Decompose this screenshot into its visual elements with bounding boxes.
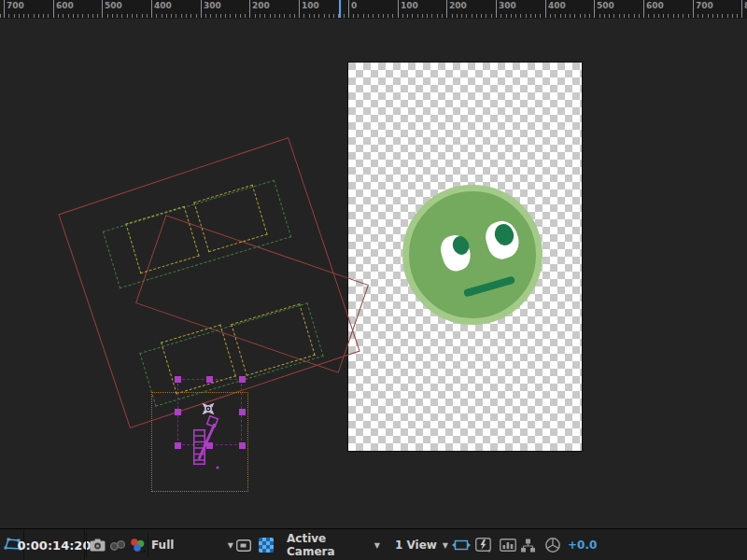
ruler-unit-label: 200 bbox=[252, 2, 270, 10]
ruler[interactable]: 7006005004003002001000100200300400500600… bbox=[0, 0, 747, 19]
ruler-unit-label: 700 bbox=[696, 2, 713, 10]
composition-view[interactable] bbox=[348, 63, 582, 451]
ruler-unit-label: 0 bbox=[351, 2, 357, 10]
ruler-unit-label: 700 bbox=[7, 2, 24, 10]
exposure-value[interactable]: +0.0 bbox=[568, 529, 597, 560]
ruler-major-tick bbox=[4, 0, 5, 18]
selection-handle[interactable] bbox=[206, 376, 213, 383]
chevron-down-icon: ▼ bbox=[443, 541, 448, 550]
3d-view-dropdown[interactable]: Active Camera ▼ bbox=[287, 529, 380, 560]
3d-view-label: Active Camera bbox=[287, 532, 374, 558]
channels-rgba-icon[interactable] bbox=[130, 538, 146, 553]
exposure-aperture-icon[interactable] bbox=[544, 537, 561, 553]
flowchart-icon[interactable] bbox=[520, 539, 536, 553]
ruler-unit-label: 300 bbox=[204, 2, 221, 10]
toolbar-separator bbox=[148, 533, 148, 557]
ruler-unit-label: 400 bbox=[154, 2, 172, 10]
timeline-panel-icon[interactable] bbox=[500, 539, 516, 552]
toolbar-separator bbox=[86, 533, 87, 557]
ruler-major-tick bbox=[496, 0, 497, 18]
current-time-display[interactable]: 0:00:14:20 bbox=[23, 529, 85, 560]
ruler-unit-label: 500 bbox=[105, 2, 122, 10]
ruler-major-tick bbox=[249, 0, 250, 18]
selection-handle[interactable] bbox=[239, 376, 246, 383]
region-of-interest-icon[interactable] bbox=[236, 539, 251, 552]
ruler-major-tick bbox=[151, 0, 152, 18]
ruler-unit-label: 200 bbox=[449, 2, 467, 10]
selection-handle[interactable] bbox=[175, 409, 181, 415]
ae-composition-viewer: 7006005004003002001000100200300400500600… bbox=[0, 0, 747, 560]
selection-handle[interactable] bbox=[175, 442, 181, 449]
ruler-unit-label: 500 bbox=[597, 2, 614, 10]
anchor-point-icon[interactable] bbox=[200, 400, 217, 417]
ruler-major-tick bbox=[693, 0, 694, 18]
viewer-canvas[interactable] bbox=[0, 19, 747, 528]
ruler-major-tick bbox=[398, 0, 399, 18]
ruler-major-tick bbox=[741, 0, 742, 18]
snapshot-camera-icon[interactable] bbox=[90, 539, 106, 552]
resolution-dropdown[interactable]: Full ▼ bbox=[151, 529, 233, 560]
ruler-major-tick bbox=[299, 0, 300, 18]
ruler-major-tick bbox=[643, 0, 644, 18]
chevron-down-icon: ▼ bbox=[374, 541, 380, 550]
view-layout-label: 1 View bbox=[395, 539, 437, 552]
chevron-down-icon: ▼ bbox=[228, 541, 233, 550]
fast-previews-icon[interactable] bbox=[475, 538, 492, 553]
ruler-major-tick bbox=[201, 0, 202, 18]
smiley-face-layer[interactable] bbox=[402, 185, 543, 325]
resolution-label: Full bbox=[151, 539, 174, 552]
ruler-unit-label: 100 bbox=[401, 2, 418, 10]
selection-handle[interactable] bbox=[239, 442, 246, 449]
ruler-major-tick bbox=[446, 0, 447, 18]
pixel-aspect-correction-icon[interactable] bbox=[452, 539, 471, 552]
show-snapshot-glasses-icon[interactable] bbox=[109, 539, 127, 552]
ruler-major-tick bbox=[594, 0, 595, 18]
ruler-minor-ticks bbox=[0, 14, 747, 18]
selection-handle[interactable] bbox=[175, 376, 181, 383]
ruler-major-tick bbox=[545, 0, 546, 18]
comp-toolbar: 0:00:14:20 Full ▼ bbox=[0, 528, 747, 560]
transparency-grid-icon[interactable] bbox=[259, 538, 274, 553]
selection-handle[interactable] bbox=[239, 409, 246, 415]
ruler-major-tick bbox=[348, 0, 349, 18]
ruler-unit-label: 600 bbox=[646, 2, 664, 10]
ruler-major-tick bbox=[53, 0, 54, 18]
ruler-major-tick bbox=[102, 0, 103, 18]
ruler-unit-label: 400 bbox=[548, 2, 566, 10]
view-layout-dropdown[interactable]: 1 View ▼ bbox=[395, 529, 448, 560]
ruler-current-indicator bbox=[339, 0, 341, 18]
ruler-unit-label: 600 bbox=[56, 2, 74, 10]
ruler-unit-label: 300 bbox=[499, 2, 516, 10]
ruler-unit-label: 100 bbox=[302, 2, 319, 10]
